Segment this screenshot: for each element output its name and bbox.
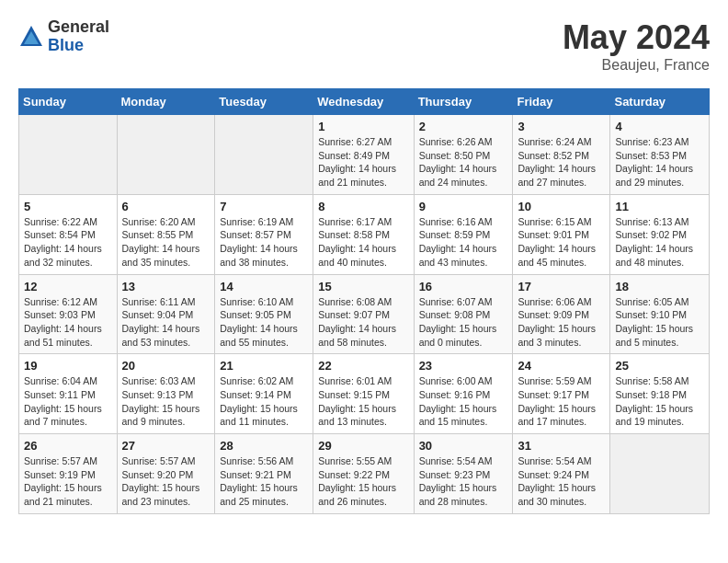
day-number: 13 bbox=[122, 280, 210, 293]
weekday-header-tuesday: Tuesday bbox=[215, 89, 313, 115]
calendar-cell bbox=[117, 115, 215, 195]
weekday-header-saturday: Saturday bbox=[610, 89, 710, 115]
calendar-cell: 18Sunrise: 6:05 AM Sunset: 9:10 PM Dayli… bbox=[610, 274, 710, 354]
calendar-cell: 2Sunrise: 6:26 AM Sunset: 8:50 PM Daylig… bbox=[414, 115, 513, 195]
logo-icon bbox=[18, 24, 44, 50]
day-info: Sunrise: 6:23 AM Sunset: 8:53 PM Dayligh… bbox=[615, 135, 704, 190]
calendar-cell: 5Sunrise: 6:22 AM Sunset: 8:54 PM Daylig… bbox=[19, 194, 118, 274]
calendar-cell: 21Sunrise: 6:02 AM Sunset: 9:14 PM Dayli… bbox=[215, 354, 313, 434]
day-number: 10 bbox=[518, 200, 605, 213]
day-number: 15 bbox=[318, 280, 408, 293]
day-info: Sunrise: 6:07 AM Sunset: 9:08 PM Dayligh… bbox=[419, 295, 508, 350]
calendar-week-3: 12Sunrise: 6:12 AM Sunset: 9:03 PM Dayli… bbox=[19, 274, 710, 354]
day-info: Sunrise: 6:27 AM Sunset: 8:49 PM Dayligh… bbox=[318, 135, 408, 190]
weekday-header-wednesday: Wednesday bbox=[313, 89, 414, 115]
day-number: 5 bbox=[24, 200, 112, 213]
day-number: 18 bbox=[615, 280, 704, 293]
day-info: Sunrise: 5:57 AM Sunset: 9:19 PM Dayligh… bbox=[24, 454, 112, 509]
day-number: 27 bbox=[122, 439, 210, 453]
calendar-cell: 4Sunrise: 6:23 AM Sunset: 8:53 PM Daylig… bbox=[610, 115, 710, 195]
calendar-cell: 12Sunrise: 6:12 AM Sunset: 9:03 PM Dayli… bbox=[19, 274, 118, 354]
day-info: Sunrise: 5:54 AM Sunset: 9:23 PM Dayligh… bbox=[419, 454, 508, 509]
day-number: 31 bbox=[518, 439, 605, 453]
day-info: Sunrise: 6:24 AM Sunset: 8:52 PM Dayligh… bbox=[518, 135, 605, 190]
day-number: 3 bbox=[518, 120, 605, 133]
day-info: Sunrise: 6:08 AM Sunset: 9:07 PM Dayligh… bbox=[318, 295, 408, 350]
day-info: Sunrise: 5:58 AM Sunset: 9:18 PM Dayligh… bbox=[615, 374, 704, 429]
day-info: Sunrise: 6:13 AM Sunset: 9:02 PM Dayligh… bbox=[615, 215, 704, 270]
calendar-header: SundayMondayTuesdayWednesdayThursdayFrid… bbox=[19, 89, 710, 115]
day-info: Sunrise: 6:06 AM Sunset: 9:09 PM Dayligh… bbox=[518, 295, 605, 350]
logo-blue-text: Blue bbox=[48, 37, 109, 55]
logo-text: General Blue bbox=[48, 18, 109, 55]
day-info: Sunrise: 6:04 AM Sunset: 9:11 PM Dayligh… bbox=[24, 374, 112, 429]
day-number: 14 bbox=[220, 280, 308, 293]
day-info: Sunrise: 5:57 AM Sunset: 9:20 PM Dayligh… bbox=[122, 454, 210, 509]
calendar-cell: 22Sunrise: 6:01 AM Sunset: 9:15 PM Dayli… bbox=[313, 354, 414, 434]
day-info: Sunrise: 6:17 AM Sunset: 8:58 PM Dayligh… bbox=[318, 215, 408, 270]
day-info: Sunrise: 6:12 AM Sunset: 9:03 PM Dayligh… bbox=[24, 295, 112, 350]
calendar-cell: 14Sunrise: 6:10 AM Sunset: 9:05 PM Dayli… bbox=[215, 274, 313, 354]
day-number: 23 bbox=[419, 359, 508, 373]
day-number: 30 bbox=[419, 439, 508, 453]
day-info: Sunrise: 6:16 AM Sunset: 8:59 PM Dayligh… bbox=[419, 215, 508, 270]
calendar-week-1: 1Sunrise: 6:27 AM Sunset: 8:49 PM Daylig… bbox=[19, 115, 710, 195]
day-info: Sunrise: 6:15 AM Sunset: 9:01 PM Dayligh… bbox=[518, 215, 605, 270]
day-info: Sunrise: 6:22 AM Sunset: 8:54 PM Dayligh… bbox=[24, 215, 112, 270]
calendar-cell: 16Sunrise: 6:07 AM Sunset: 9:08 PM Dayli… bbox=[414, 274, 513, 354]
location: Beaujeu, France bbox=[563, 57, 710, 74]
day-info: Sunrise: 6:03 AM Sunset: 9:13 PM Dayligh… bbox=[122, 374, 210, 429]
calendar-cell: 29Sunrise: 5:55 AM Sunset: 9:22 PM Dayli… bbox=[313, 434, 414, 514]
calendar-cell: 6Sunrise: 6:20 AM Sunset: 8:55 PM Daylig… bbox=[117, 194, 215, 274]
calendar-cell: 3Sunrise: 6:24 AM Sunset: 8:52 PM Daylig… bbox=[513, 115, 610, 195]
day-info: Sunrise: 6:05 AM Sunset: 9:10 PM Dayligh… bbox=[615, 295, 704, 350]
calendar-cell: 25Sunrise: 5:58 AM Sunset: 9:18 PM Dayli… bbox=[610, 354, 710, 434]
weekday-header-row: SundayMondayTuesdayWednesdayThursdayFrid… bbox=[19, 89, 710, 115]
weekday-header-sunday: Sunday bbox=[19, 89, 118, 115]
day-number: 20 bbox=[122, 359, 210, 373]
calendar-cell: 23Sunrise: 6:00 AM Sunset: 9:16 PM Dayli… bbox=[414, 354, 513, 434]
day-number: 24 bbox=[518, 359, 605, 373]
day-number: 11 bbox=[615, 200, 704, 213]
day-number: 16 bbox=[419, 280, 508, 293]
calendar-cell: 28Sunrise: 5:56 AM Sunset: 9:21 PM Dayli… bbox=[215, 434, 313, 514]
day-number: 12 bbox=[24, 280, 112, 293]
calendar-cell: 15Sunrise: 6:08 AM Sunset: 9:07 PM Dayli… bbox=[313, 274, 414, 354]
day-info: Sunrise: 6:11 AM Sunset: 9:04 PM Dayligh… bbox=[122, 295, 210, 350]
calendar-table: SundayMondayTuesdayWednesdayThursdayFrid… bbox=[18, 88, 710, 514]
weekday-header-thursday: Thursday bbox=[414, 89, 513, 115]
calendar-cell: 8Sunrise: 6:17 AM Sunset: 8:58 PM Daylig… bbox=[313, 194, 414, 274]
month-title: May 2024 bbox=[563, 18, 710, 57]
calendar-cell: 19Sunrise: 6:04 AM Sunset: 9:11 PM Dayli… bbox=[19, 354, 118, 434]
day-number: 9 bbox=[419, 200, 508, 213]
day-info: Sunrise: 5:55 AM Sunset: 9:22 PM Dayligh… bbox=[318, 454, 408, 509]
logo: General Blue bbox=[18, 18, 109, 55]
calendar-cell: 30Sunrise: 5:54 AM Sunset: 9:23 PM Dayli… bbox=[414, 434, 513, 514]
day-info: Sunrise: 6:00 AM Sunset: 9:16 PM Dayligh… bbox=[419, 374, 508, 429]
day-info: Sunrise: 6:26 AM Sunset: 8:50 PM Dayligh… bbox=[419, 135, 508, 190]
calendar-cell: 10Sunrise: 6:15 AM Sunset: 9:01 PM Dayli… bbox=[513, 194, 610, 274]
day-number: 4 bbox=[615, 120, 704, 133]
day-info: Sunrise: 5:59 AM Sunset: 9:17 PM Dayligh… bbox=[518, 374, 605, 429]
day-number: 6 bbox=[122, 200, 210, 213]
weekday-header-friday: Friday bbox=[513, 89, 610, 115]
day-info: Sunrise: 6:01 AM Sunset: 9:15 PM Dayligh… bbox=[318, 374, 408, 429]
day-number: 17 bbox=[518, 280, 605, 293]
calendar-cell bbox=[19, 115, 118, 195]
calendar-cell: 9Sunrise: 6:16 AM Sunset: 8:59 PM Daylig… bbox=[414, 194, 513, 274]
day-number: 2 bbox=[419, 120, 508, 133]
title-block: May 2024 Beaujeu, France bbox=[563, 18, 710, 74]
calendar-cell: 27Sunrise: 5:57 AM Sunset: 9:20 PM Dayli… bbox=[117, 434, 215, 514]
day-info: Sunrise: 6:19 AM Sunset: 8:57 PM Dayligh… bbox=[220, 215, 308, 270]
calendar-week-4: 19Sunrise: 6:04 AM Sunset: 9:11 PM Dayli… bbox=[19, 354, 710, 434]
day-number: 29 bbox=[318, 439, 408, 453]
logo-general-text: General bbox=[48, 18, 109, 37]
weekday-header-monday: Monday bbox=[117, 89, 215, 115]
day-number: 22 bbox=[318, 359, 408, 373]
day-info: Sunrise: 6:20 AM Sunset: 8:55 PM Dayligh… bbox=[122, 215, 210, 270]
day-number: 25 bbox=[615, 359, 704, 373]
calendar-cell: 1Sunrise: 6:27 AM Sunset: 8:49 PM Daylig… bbox=[313, 115, 414, 195]
day-number: 26 bbox=[24, 439, 112, 453]
calendar-cell: 17Sunrise: 6:06 AM Sunset: 9:09 PM Dayli… bbox=[513, 274, 610, 354]
page-header: General Blue May 2024 Beaujeu, France bbox=[18, 18, 710, 74]
